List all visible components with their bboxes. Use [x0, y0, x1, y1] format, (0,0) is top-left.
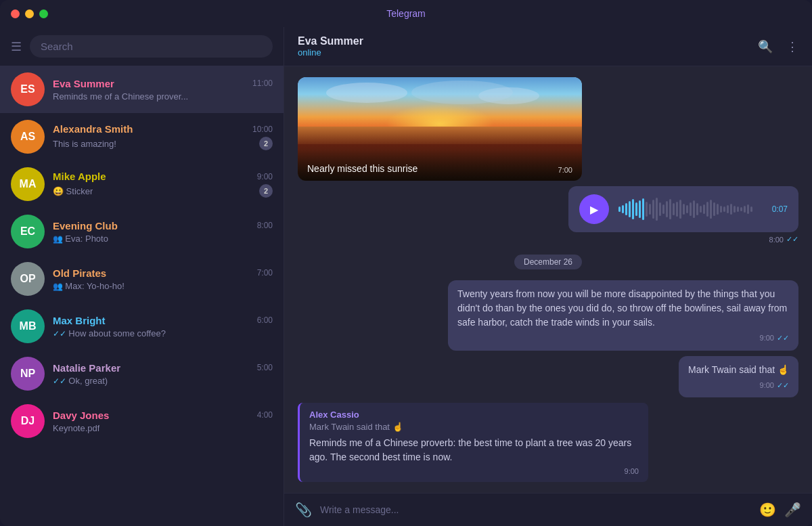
chat-item-max-bright[interactable]: MBMax Bright6:00✓✓ How about some coffee… [0, 303, 284, 350]
reply-message: Alex CassioMark Twain said that ☝️Remind… [298, 403, 648, 482]
chat-info: Max Bright6:00✓✓ How about some coffee? [53, 315, 273, 338]
maximize-button[interactable] [39, 9, 48, 18]
chat-header-actions: 🔍 ⋮ [758, 39, 798, 54]
date-label: December 26 [514, 255, 582, 269]
chat-header-info: Eva Summer online [298, 35, 363, 58]
voice-message: ▶0:078:00✓✓ [568, 186, 798, 244]
chat-info: Eva Summer11:00Reminds me of a Chinese p… [53, 78, 273, 102]
chat-time: 10:00 [252, 125, 273, 134]
avatar: MA [11, 167, 45, 201]
message-input[interactable] [320, 504, 751, 515]
chat-time: 5:00 [257, 363, 273, 372]
sidebar-header: ☰ [0, 27, 284, 66]
play-button[interactable]: ▶ [579, 194, 609, 224]
chat-item-evening-club[interactable]: ECEvening Club8:00👥 Eva: Photo [0, 208, 284, 255]
chat-item-alexandra-smith[interactable]: ASAlexandra Smith10:00This is amazing!2 [0, 113, 284, 160]
chat-item-mike-apple[interactable]: MAMike Apple9:00😀 Sticker2 [0, 160, 284, 208]
search-input[interactable] [30, 35, 273, 58]
chat-name: Mike Apple [53, 171, 106, 182]
chat-info: Alexandra Smith10:00This is amazing!2 [53, 123, 273, 150]
chat-item-eva-summer[interactable]: ESEva Summer11:00Reminds me of a Chinese… [0, 66, 284, 113]
chat-preview: ✓✓ How about some coffee? [53, 328, 166, 338]
chat-time: 4:00 [257, 410, 273, 420]
reply-sender: Alex Cassio [309, 410, 639, 420]
more-icon[interactable]: ⋮ [786, 39, 798, 54]
microphone-icon[interactable]: 🎤 [784, 502, 801, 518]
message-text: Twenty years from now you will be more d… [457, 287, 789, 330]
chat-contact-name: Eva Summer [298, 35, 363, 47]
chat-name: Max Bright [53, 315, 106, 326]
reply-preview: Mark Twain said that ☝️ [309, 422, 639, 432]
chat-name: Old Pirates [53, 267, 106, 279]
chat-item-davy-jones[interactable]: DJDavy Jones4:00Keynote.pdf [0, 397, 284, 445]
emoji-icon[interactable]: 🙂 [759, 502, 776, 518]
chat-preview: 😀 Sticker [53, 186, 93, 196]
waveform [618, 197, 763, 221]
input-bar: 📎 🙂 🎤 [284, 493, 812, 526]
titlebar: Telegram [0, 0, 812, 27]
text-message: Twenty years from now you will be more d… [448, 280, 798, 351]
message-time: 7:00 [558, 166, 572, 174]
read-receipt: ✓✓ [786, 235, 798, 244]
message-text: Mark Twain said that ☝️ [688, 363, 789, 377]
message-time: 9:00 [760, 332, 774, 344]
chat-badge: 2 [259, 137, 273, 150]
close-button[interactable] [11, 9, 20, 18]
chat-preview: ✓✓ Ok, great) [53, 376, 108, 386]
search-icon[interactable]: 🔍 [758, 39, 773, 54]
chat-preview: Reminds me of a Chinese prover... [53, 91, 188, 102]
read-receipt: ✓✓ [777, 332, 789, 344]
chat-list: ESEva Summer11:00Reminds me of a Chinese… [0, 66, 284, 526]
chat-contact-status: online [298, 47, 363, 58]
chat-time: 9:00 [257, 172, 273, 181]
avatar: AS [11, 120, 45, 154]
chat-name: Eva Summer [53, 78, 114, 89]
minimize-button[interactable] [25, 9, 34, 18]
chat-info: Mike Apple9:00😀 Sticker2 [53, 171, 273, 198]
menu-icon[interactable]: ☰ [11, 39, 22, 54]
chat-time: 7:00 [257, 268, 273, 278]
chat-name: Evening Club [53, 220, 118, 232]
chat-area: Eva Summer online 🔍 ⋮ Nearly missed this… [284, 27, 812, 526]
message-time: 9:00 [760, 380, 774, 391]
avatar: DJ [11, 404, 45, 438]
chat-info: Natalie Parker5:00✓✓ Ok, great) [53, 362, 273, 386]
chat-name: Davy Jones [53, 410, 109, 421]
voice-duration: 0:07 [772, 204, 788, 214]
chat-info: Davy Jones4:00Keynote.pdf [53, 410, 273, 433]
window-controls [11, 9, 48, 18]
avatar: ES [11, 72, 45, 106]
avatar: NP [11, 357, 45, 391]
app-title: Telegram [386, 8, 426, 19]
avatar: EC [11, 215, 45, 248]
chat-preview: 👥 Eva: Photo [53, 234, 108, 244]
chat-time: 6:00 [257, 315, 273, 325]
chat-preview: Keynote.pdf [53, 423, 99, 433]
avatar: MB [11, 309, 45, 343]
message-text: Reminds me of a Chinese proverb: the bes… [309, 436, 639, 464]
messages-list: Nearly missed this sunrise7:00▶0:078:00✓… [284, 66, 812, 493]
attach-icon[interactable]: 📎 [295, 502, 312, 518]
read-receipt: ✓✓ [777, 380, 789, 391]
message-time: 9:00 [625, 467, 639, 475]
message-time: 8:00 [769, 236, 784, 244]
sidebar: ☰ ESEva Summer11:00Reminds me of a Chine… [0, 27, 284, 526]
chat-preview: This is amazing! [53, 139, 116, 149]
chat-info: Evening Club8:00👥 Eva: Photo [53, 220, 273, 244]
date-separator: December 26 [298, 255, 798, 269]
text-message: Mark Twain said that ☝️9:00✓✓ [679, 356, 798, 398]
avatar: OP [11, 262, 45, 296]
chat-item-natalie-parker[interactable]: NPNatalie Parker5:00✓✓ Ok, great) [0, 350, 284, 397]
chat-name: Natalie Parker [53, 362, 120, 374]
image-caption: Nearly missed this sunrise [307, 163, 418, 174]
chat-preview: 👥 Max: Yo-ho-ho! [53, 281, 125, 291]
chat-badge: 2 [259, 184, 273, 198]
chat-name: Alexandra Smith [53, 123, 133, 135]
chat-time: 8:00 [257, 221, 273, 230]
chat-header: Eva Summer online 🔍 ⋮ [284, 27, 812, 66]
chat-item-old-pirates[interactable]: OPOld Pirates7:00👥 Max: Yo-ho-ho! [0, 255, 284, 303]
chat-time: 11:00 [252, 79, 273, 88]
image-message: Nearly missed this sunrise7:00 [298, 77, 582, 181]
chat-info: Old Pirates7:00👥 Max: Yo-ho-ho! [53, 267, 273, 291]
